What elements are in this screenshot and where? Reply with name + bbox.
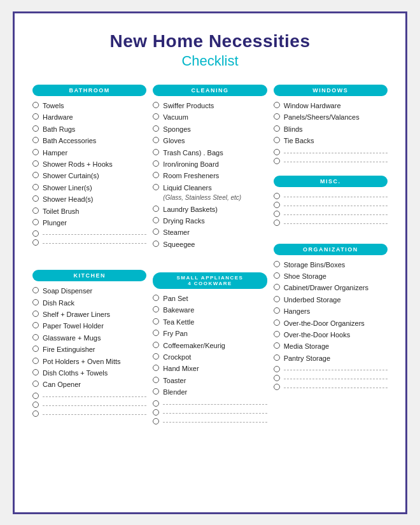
col-2: CLEANING Swiffer Products Vacuum Sponges… (153, 83, 267, 435)
list-item: Hangers (274, 307, 388, 316)
checkbox-circle[interactable] (32, 184, 39, 190)
list-item: Panels/Sheers/Valances (274, 113, 388, 122)
checkbox-circle[interactable] (274, 307, 280, 314)
checkbox-circle[interactable] (32, 113, 39, 120)
checkbox-circle[interactable] (274, 137, 280, 143)
checkbox-circle[interactable] (153, 137, 159, 143)
checkbox-circle[interactable] (32, 299, 39, 305)
checkbox-circle[interactable] (32, 137, 39, 143)
list-item: Hand Mixer (153, 364, 267, 374)
checkbox-circle[interactable] (274, 202, 280, 208)
checkbox-circle[interactable] (153, 418, 159, 424)
checkbox-circle[interactable] (153, 377, 159, 383)
misc-list (274, 192, 388, 226)
checkbox-circle[interactable] (153, 306, 159, 312)
list-item: Drying Racks (153, 216, 267, 226)
checkbox-circle[interactable] (153, 184, 159, 190)
checkbox-circle[interactable] (32, 125, 39, 132)
checkbox-circle[interactable] (153, 206, 159, 212)
checkbox-circle[interactable] (153, 113, 159, 120)
checkbox-circle[interactable] (153, 342, 159, 348)
checkbox-circle[interactable] (32, 322, 39, 328)
checkbox-circle[interactable] (274, 211, 280, 217)
checkbox-circle[interactable] (153, 388, 159, 395)
checkbox-circle[interactable] (274, 113, 280, 120)
checkbox-circle[interactable] (32, 358, 39, 364)
checkbox-circle[interactable] (32, 219, 39, 225)
checkbox-circle[interactable] (153, 295, 159, 301)
checkbox-circle[interactable] (153, 318, 159, 325)
checkbox-circle[interactable] (32, 195, 39, 202)
checkbox-circle[interactable] (274, 125, 280, 132)
checkbox-circle[interactable] (274, 366, 280, 372)
list-item: Blender (153, 388, 267, 397)
checkbox-circle[interactable] (32, 410, 39, 417)
checkbox-circle[interactable] (153, 409, 159, 416)
checkbox-circle[interactable] (153, 241, 159, 247)
checkbox-circle[interactable] (32, 311, 39, 317)
list-item: Pot Holders + Oven Mitts (32, 357, 146, 367)
list-item: Shower Liner(s) (32, 183, 146, 193)
bathroom-list: Towels Hardware Bath Rugs Bath Accessori… (32, 101, 146, 246)
misc-section: MISC. (274, 174, 388, 226)
checkbox-circle[interactable] (153, 149, 159, 155)
checkbox-circle[interactable] (32, 402, 39, 408)
checkbox-circle[interactable] (153, 400, 159, 407)
checkbox-circle[interactable] (32, 393, 39, 399)
list-item: Swiffer Products (153, 101, 267, 111)
list-item: Hardware (32, 113, 146, 122)
checkbox-circle[interactable] (32, 369, 39, 375)
list-item: Trash Cans) . Bags (153, 148, 267, 158)
checkbox-circle[interactable] (153, 365, 159, 371)
checkbox-circle[interactable] (274, 354, 280, 361)
checkbox-circle[interactable] (274, 331, 280, 337)
list-item: Sponges (153, 125, 267, 134)
kitchen-label: KITCHEN (32, 270, 146, 281)
checkbox-circle[interactable] (153, 102, 159, 108)
checkbox-circle[interactable] (274, 384, 280, 390)
checkbox-circle[interactable] (274, 375, 280, 381)
checkbox-circle[interactable] (32, 230, 39, 237)
checkbox-circle[interactable] (153, 217, 159, 223)
checkbox-circle[interactable] (32, 102, 39, 108)
checkbox-circle[interactable] (32, 287, 39, 293)
checkbox-circle[interactable] (32, 172, 39, 178)
checkbox-circle[interactable] (274, 272, 280, 279)
checkbox-circle[interactable] (274, 296, 280, 302)
checkbox-circle[interactable] (274, 149, 280, 155)
checkbox-circle[interactable] (274, 319, 280, 326)
checkbox-circle[interactable] (153, 172, 159, 178)
checkbox-circle[interactable] (153, 125, 159, 132)
checkbox-circle[interactable] (274, 193, 280, 199)
list-item: Shower Rods + Hooks (32, 160, 146, 169)
checkbox-circle[interactable] (32, 160, 39, 167)
checkbox-circle[interactable] (274, 158, 280, 164)
small-appliances-list: Pan Set Bakeware Tea Kettle Fry Pan Coff… (153, 294, 267, 424)
list-item: Soap Dispenser (32, 286, 146, 296)
checkbox-circle[interactable] (153, 160, 159, 167)
checkbox-circle[interactable] (274, 342, 280, 349)
list-item: Gloves (153, 136, 267, 146)
checkbox-circle[interactable] (32, 239, 39, 246)
checkbox-circle[interactable] (274, 284, 280, 290)
checkbox-circle[interactable] (32, 207, 39, 214)
checkbox-circle[interactable] (32, 346, 39, 352)
list-item: Shoe Storage (274, 272, 388, 281)
list-item: Bath Accessories (32, 136, 146, 146)
checkbox-circle[interactable] (153, 330, 159, 336)
checkbox-circle[interactable] (32, 334, 39, 340)
checkbox-circle[interactable] (153, 228, 159, 235)
blank-item (153, 417, 267, 424)
checkbox-circle[interactable] (274, 220, 280, 226)
list-item: Can Opener (32, 380, 146, 389)
organization-section: ORGANIZATION Storage Bins/Boxes Shoe Sto… (274, 242, 388, 391)
checkbox-circle[interactable] (32, 381, 39, 387)
checkbox-circle[interactable] (274, 261, 280, 267)
list-item: Over-the-Door Organizers (274, 319, 388, 328)
list-item: Iron/ironing Board (153, 160, 267, 169)
list-item: Squeegee (153, 240, 267, 249)
checkbox-circle[interactable] (153, 353, 159, 360)
list-item: Over-the-Door Hooks (274, 330, 388, 340)
checkbox-circle[interactable] (274, 102, 280, 108)
checkbox-circle[interactable] (32, 149, 39, 155)
